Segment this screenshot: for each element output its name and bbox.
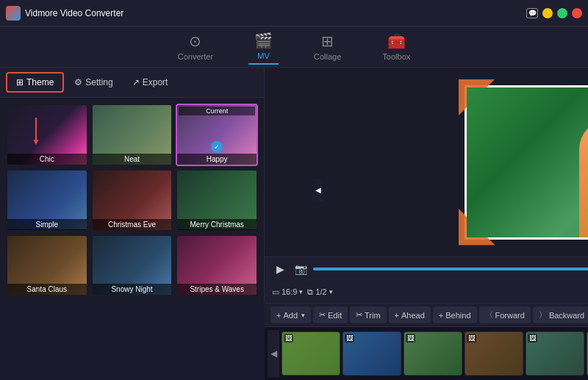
nav-collage-label: Collage — [314, 52, 341, 61]
video-person — [579, 120, 588, 237]
chat-button[interactable]: 💬 — [526, 8, 538, 18]
thumb-2-icon: 🖼 — [345, 334, 354, 343]
theme-simple[interactable]: Simple — [6, 169, 88, 232]
edit-button[interactable]: ✂ Edit — [313, 306, 348, 323]
nav-toolbox[interactable]: 🧰 Toolbox — [376, 29, 416, 64]
timeline-thumb-2[interactable]: 🖼 — [343, 331, 401, 376]
page-dropdown-arrow[interactable]: ▾ — [329, 288, 333, 295]
setting-tab[interactable]: ⚙ Setting — [65, 74, 121, 91]
minimize-button[interactable] — [542, 8, 553, 18]
backward-icon: 〉 — [539, 309, 547, 320]
ahead-label: Ahead — [401, 311, 425, 320]
behind-icon: + — [439, 311, 443, 320]
play-button[interactable]: ▶ — [272, 261, 288, 277]
add-label: Add — [283, 311, 298, 320]
theme-chic-label: Chic — [7, 154, 87, 165]
theme-label: Theme — [26, 77, 54, 87]
action-bar: + Add ✂ Edit ✂ Trim + Ahead + Behind — [265, 303, 588, 327]
theme-neat-label: Neat — [93, 154, 172, 165]
red-indicator-arrow — [35, 118, 37, 140]
page-icon: ⧉ — [307, 287, 313, 297]
thumb-4-icon: 🖼 — [467, 334, 476, 343]
titlebar: Vidmore Video Converter 💬 — [0, 0, 588, 26]
right-panel: ▶ 📷 00:00:43.13/00:00:50.00 🔊 ▭ 16:9 ▾ ⧉… — [265, 68, 588, 380]
theme-merry-christmas[interactable]: Merry Christmas — [176, 169, 258, 232]
export-tab[interactable]: ↗ Export — [123, 74, 177, 91]
preview-video — [465, 85, 589, 240]
close-button[interactable] — [572, 8, 582, 18]
timeline: ◀ 🖼 🖼 🖼 — [265, 327, 588, 380]
add-button[interactable]: + Add — [270, 306, 311, 323]
nav-mv-label: MV — [257, 51, 270, 60]
converter-icon: ⊙ — [189, 32, 201, 50]
nav-collage[interactable]: ⊞ Collage — [308, 29, 347, 64]
screenshot-button[interactable]: 📷 — [293, 261, 309, 277]
panel-scroll-arrow[interactable]: ◀ — [313, 179, 323, 201]
theme-happy[interactable]: Current ✓ Happy — [176, 104, 258, 166]
collage-icon: ⊞ — [321, 32, 334, 50]
theme-stripes-waves-label: Stripes & Waves — [177, 284, 257, 295]
ahead-icon: + — [395, 311, 399, 320]
action-group-left: + Add ✂ Edit ✂ Trim + Ahead + Behind — [270, 306, 588, 323]
progress-bar[interactable] — [313, 268, 588, 270]
theme-grid: Chic Neat Current ✓ Happy Simple — [0, 98, 264, 302]
edit-icon: ✂ — [319, 310, 326, 320]
trim-icon: ✂ — [356, 310, 362, 320]
forward-button[interactable]: 〈 Forward — [479, 306, 531, 323]
thumb-3-icon: 🖼 — [406, 334, 415, 343]
trim-button[interactable]: ✂ Trim — [350, 306, 387, 323]
video-background — [467, 87, 589, 237]
timeline-thumb-1[interactable]: 🖼 — [282, 331, 340, 376]
behind-label: Behind — [445, 311, 470, 320]
backward-button[interactable]: 〉 Backward — [533, 306, 588, 323]
theme-christmas-eve-label: Christmas Eve — [93, 219, 172, 230]
nav-mv[interactable]: 🎬 MV — [248, 29, 279, 65]
preview-area — [265, 68, 588, 257]
main-content: ⊞ Theme ⚙ Setting ↗ Export Chic — [0, 68, 588, 380]
theme-current-badge: Current — [179, 107, 255, 115]
theme-icon: ⊞ — [16, 77, 24, 87]
timeline-thumb-4[interactable]: 🖼 — [465, 331, 523, 376]
behind-button[interactable]: + Behind — [433, 306, 477, 323]
theme-happy-label: Happy — [177, 154, 257, 165]
forward-icon: 〈 — [485, 309, 493, 320]
timeline-thumb-5[interactable]: 🖼 — [526, 331, 584, 376]
timeline-thumb-3[interactable]: 🖼 — [404, 331, 462, 376]
theme-stripes-waves[interactable]: Stripes & Waves — [176, 234, 258, 297]
theme-santa-claus-label: Santa Claus — [7, 284, 87, 295]
top-navigation: ⊙ Converter 🎬 MV ⊞ Collage 🧰 Toolbox — [0, 26, 588, 68]
edit-label: Edit — [328, 311, 342, 320]
ahead-button[interactable]: + Ahead — [389, 306, 431, 323]
timeline-prev-arrow[interactable]: ◀ — [268, 330, 279, 377]
theme-chic[interactable]: Chic — [6, 104, 88, 166]
setting-icon: ⚙ — [74, 77, 82, 87]
preview-frame — [465, 85, 589, 240]
ratio-dropdown-arrow[interactable]: ▾ — [299, 288, 303, 295]
theme-tab[interactable]: ⊞ Theme — [6, 72, 64, 93]
controls-row2: ▭ 16:9 ▾ ⧉ 1/2 ▾ Export — [265, 281, 588, 303]
forward-label: Forward — [495, 311, 525, 320]
playback-controls: ▶ 📷 00:00:43.13/00:00:50.00 🔊 — [265, 257, 588, 281]
mv-icon: 🎬 — [254, 32, 273, 49]
theme-snowy-night[interactable]: Snowy Night — [91, 234, 173, 297]
toolbox-icon: 🧰 — [387, 32, 406, 50]
ratio-group: ▭ 16:9 ▾ — [272, 287, 303, 297]
theme-merry-christmas-label: Merry Christmas — [177, 219, 257, 230]
thumb-1-icon: 🖼 — [284, 334, 293, 343]
page-group: ⧉ 1/2 ▾ — [307, 287, 332, 297]
progress-fill — [313, 268, 588, 270]
page-value: 1/2 — [315, 287, 326, 296]
app-icon — [6, 6, 21, 21]
nav-converter[interactable]: ⊙ Converter — [172, 29, 219, 64]
sub-toolbar: ⊞ Theme ⚙ Setting ↗ Export — [0, 68, 264, 98]
theme-christmas-eve[interactable]: Christmas Eve — [91, 169, 173, 232]
trim-label: Trim — [365, 311, 381, 320]
theme-neat[interactable]: Neat — [91, 104, 173, 166]
thumb-5-icon: 🖼 — [528, 334, 537, 343]
nav-toolbox-label: Toolbox — [382, 52, 410, 61]
theme-santa-claus[interactable]: Santa Claus — [6, 234, 88, 297]
theme-snowy-night-label: Snowy Night — [93, 284, 172, 295]
maximize-button[interactable] — [557, 8, 567, 18]
app-title: Vidmore Video Converter — [25, 8, 123, 18]
export-icon: ↗ — [132, 77, 140, 87]
